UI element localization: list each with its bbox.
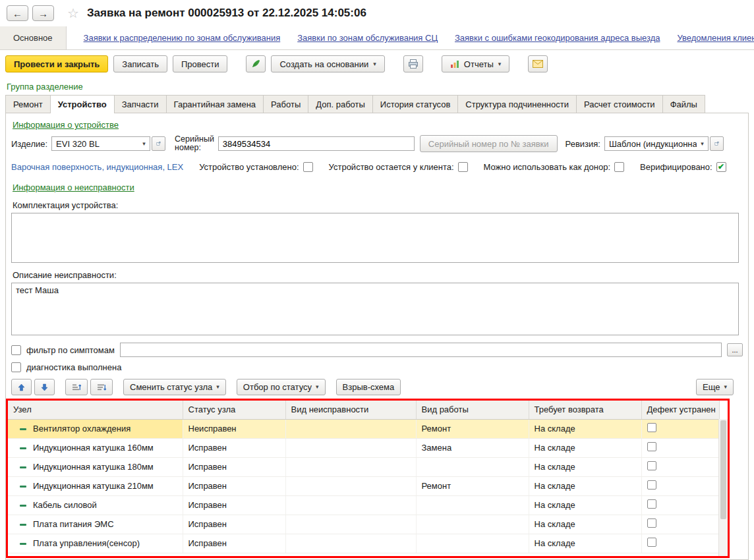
device-installed-group: Устройство установлено: ✔ xyxy=(199,162,312,172)
tab-istoriya-statusov[interactable]: История статусов xyxy=(372,95,459,113)
save-button[interactable]: Записать xyxy=(113,55,167,72)
verified-label: Верифицировано: xyxy=(640,162,712,172)
open-form-icon xyxy=(156,140,161,148)
chevron-down-icon[interactable]: ▾ xyxy=(138,140,150,147)
revision-open-button[interactable] xyxy=(710,136,724,151)
chevron-down-icon[interactable]: ▾ xyxy=(697,140,708,147)
move-down-button[interactable] xyxy=(34,379,55,395)
post-button[interactable]: Провести xyxy=(173,55,228,72)
nav-link-geocoding-errors[interactable]: Заявки с ошибками геокодирования адреса … xyxy=(455,26,660,49)
printer-icon xyxy=(408,59,419,69)
tab-raschet-stoimosti[interactable]: Расчет стоимости xyxy=(576,95,663,113)
diagnostics-done-checkbox[interactable]: ✔ xyxy=(11,362,21,372)
sort-ascending-button[interactable] xyxy=(65,379,88,395)
fault-description-textarea[interactable]: тест Маша xyxy=(11,283,739,335)
arrow-down-icon xyxy=(41,383,48,391)
table-row[interactable]: Плата питания ЭМС Исправен На складе ✔ xyxy=(8,515,719,534)
verified-group: Верифицировано: ✔ xyxy=(640,162,726,172)
table-row[interactable]: Индукционная катушка 180мм Исправен На с… xyxy=(8,457,719,476)
defect-fixed-checkbox[interactable]: ✔ xyxy=(647,461,656,470)
table-row[interactable]: Вентилятор охлаждения Неисправен Ремонт … xyxy=(8,419,719,438)
row-marker-icon xyxy=(20,486,26,488)
serial-by-request-button[interactable]: Серийный номер по № заявки xyxy=(420,135,558,152)
move-up-button[interactable] xyxy=(11,379,32,395)
tab-dop-raboty[interactable]: Доп. работы xyxy=(308,95,373,113)
tab-fayly[interactable]: Файлы xyxy=(662,95,705,113)
reports-button[interactable]: Отчеты ▾ xyxy=(442,55,509,72)
check-icon: ✔ xyxy=(718,163,724,171)
device-stays-with-client-checkbox[interactable]: ✔ xyxy=(458,162,468,172)
reports-label: Отчеты xyxy=(464,59,494,69)
nav-link-zone-distribution[interactable]: Заявки к распределению по зонам обслужив… xyxy=(84,26,281,49)
defect-fixed-checkbox[interactable]: ✔ xyxy=(647,538,656,547)
column-header-node[interactable]: Узел xyxy=(8,401,183,419)
defect-fixed-checkbox[interactable]: ✔ xyxy=(647,518,656,528)
sort-descending-button[interactable] xyxy=(90,379,113,395)
revision-value: Шаблон (индукционная xyxy=(605,139,697,149)
column-header-work-type[interactable]: Вид работы xyxy=(416,401,529,419)
product-open-button[interactable] xyxy=(152,136,165,151)
serial-number-input[interactable] xyxy=(218,136,415,151)
nav-link-client-notifications[interactable]: Уведомления клиентам о и xyxy=(677,26,754,49)
column-header-requires-return[interactable]: Требует возврата xyxy=(529,401,641,419)
column-header-node-status[interactable]: Статус узла xyxy=(183,401,285,419)
change-node-status-button[interactable]: Сменить статус узла ▾ xyxy=(123,379,226,395)
quill-button[interactable] xyxy=(246,55,266,72)
defect-fixed-checkbox[interactable]: ✔ xyxy=(647,442,656,451)
group-row: Группа разделение xyxy=(0,78,754,95)
tab-garantiynaya-zamena[interactable]: Гарантийная замена xyxy=(166,95,264,113)
fault-info-section-link[interactable]: Информация о неисправности xyxy=(13,182,134,192)
more-button[interactable]: Еще ▾ xyxy=(696,379,734,395)
row-marker-icon xyxy=(20,466,26,468)
tab-raboty[interactable]: Работы xyxy=(263,95,308,113)
filter-by-status-button[interactable]: Отбор по статусу ▾ xyxy=(237,379,326,395)
column-header-defect-fixed[interactable]: Дефект устранен xyxy=(641,401,719,419)
email-button[interactable] xyxy=(528,55,548,72)
defect-fixed-checkbox[interactable]: ✔ xyxy=(647,499,656,509)
back-button[interactable]: ← xyxy=(7,5,28,21)
more-label: Еще xyxy=(703,382,720,392)
tab-struktura-podchinennosti[interactable]: Структура подчиненности xyxy=(457,95,577,113)
forward-button[interactable]: → xyxy=(32,5,54,21)
symptom-filter-ellipsis-button[interactable]: ... xyxy=(727,343,743,356)
table-row[interactable]: Кабель силовой Исправен На складе ✔ xyxy=(8,495,719,515)
symptom-filter-input[interactable] xyxy=(120,343,722,357)
column-header-fault-type[interactable]: Вид неисправности xyxy=(285,401,416,419)
tab-zapchasti[interactable]: Запчасти xyxy=(114,95,167,113)
chevron-down-icon: ▾ xyxy=(216,384,219,390)
row-marker-icon xyxy=(20,543,26,545)
symptom-filter-checkbox[interactable]: ✔ xyxy=(11,345,21,355)
explosion-scheme-button[interactable]: Взрыв-схема xyxy=(336,379,401,395)
defect-fixed-checkbox[interactable]: ✔ xyxy=(647,480,656,490)
table-header-row: Узел Статус узла Вид неисправности Вид р… xyxy=(8,401,719,419)
table-row[interactable]: Индукционная катушка 210мм Исправен Ремо… xyxy=(8,476,719,495)
revision-combo[interactable]: Шаблон (индукционная ▾ xyxy=(604,136,709,151)
device-installed-checkbox[interactable]: ✔ xyxy=(303,162,313,172)
favorite-star-icon[interactable]: ☆ xyxy=(67,7,79,20)
equipment-textarea[interactable] xyxy=(11,213,739,263)
verified-checkbox[interactable]: ✔ xyxy=(716,162,726,172)
nav-link-zone-requests[interactable]: Заявки по зонам обслуживания СЦ xyxy=(297,26,438,49)
tab-strip: Ремонт Устройство Запчасти Гарантийная з… xyxy=(0,95,754,113)
device-type-link[interactable]: Варочная поверхность, индукционная, LEX xyxy=(11,162,183,172)
device-info-section-link[interactable]: Информация о устройстве xyxy=(13,120,119,130)
create-based-on-button[interactable]: Создать на основании ▾ xyxy=(271,55,384,72)
chevron-down-icon: ▾ xyxy=(724,384,727,390)
nav-item-main[interactable]: Основное xyxy=(0,26,67,49)
print-button[interactable] xyxy=(403,55,423,72)
separation-group-link[interactable]: Группа разделение xyxy=(7,82,83,92)
table-row[interactable]: Индукционная катушка 160мм Исправен Заме… xyxy=(8,438,719,457)
post-and-close-button[interactable]: Провести и закрыть xyxy=(5,55,108,72)
donor-usable-checkbox[interactable]: ✔ xyxy=(614,162,624,172)
vertical-scrollbar[interactable] xyxy=(718,419,728,556)
serial-number-label: Серийный номер: xyxy=(175,135,214,152)
table-row[interactable]: Плата управления(сенсор) Исправен На скл… xyxy=(8,534,719,553)
row-marker-icon xyxy=(20,428,26,430)
product-combo[interactable]: EVI 320 BL ▾ xyxy=(51,136,150,151)
defect-fixed-checkbox[interactable]: ✔ xyxy=(647,423,656,432)
chevron-down-icon: ▾ xyxy=(498,61,502,67)
scrollbar-thumb[interactable] xyxy=(720,420,726,519)
tab-ustroystvo[interactable]: Устройство xyxy=(50,95,115,113)
tab-remont[interactable]: Ремонт xyxy=(5,95,51,113)
donor-usable-group: Можно использовать как донор: ✔ xyxy=(484,162,625,172)
